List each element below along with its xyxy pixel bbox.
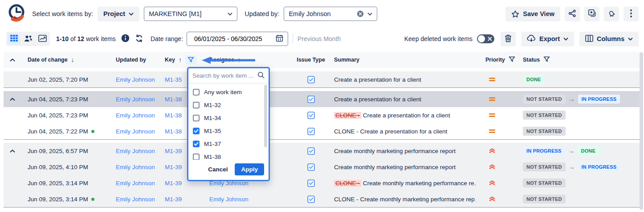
- priority-medium-icon: [489, 97, 495, 101]
- work-item-key-link[interactable]: M1-38: [165, 112, 182, 119]
- column-header-key[interactable]: Key ↑: [159, 55, 204, 64]
- table-row[interactable]: Jun 09, 2025, 3:14 PMEmily JohnsonM1-39E…: [4, 175, 640, 191]
- column-header-summary[interactable]: Summary: [329, 57, 476, 63]
- share-button[interactable]: [565, 7, 580, 21]
- key-filter-button[interactable]: [185, 55, 196, 64]
- filter-option[interactable]: Any work item: [193, 86, 269, 99]
- work-item-key-link[interactable]: M1-39: [165, 148, 182, 154]
- summary-text: Create monthly marketing performance rep…: [334, 148, 456, 154]
- status-filter-button[interactable]: [543, 56, 550, 64]
- sort-desc-icon[interactable]: ↓: [71, 56, 74, 63]
- sort-asc-icon[interactable]: ↑: [179, 56, 182, 63]
- filter-option[interactable]: M1-37: [193, 137, 269, 150]
- column-header-issue-type[interactable]: Issue Type: [293, 57, 329, 63]
- assignee-link[interactable]: Emily Johnson: [209, 196, 249, 203]
- work-item-key-link[interactable]: M1-38: [165, 96, 182, 103]
- date-range-input[interactable]: 06/01/2025 - 06/30/2025: [187, 32, 288, 46]
- top-header-bar: Select work items by: Project MARKETING …: [0, 0, 644, 28]
- filter-option[interactable]: M1-35: [193, 125, 269, 137]
- status-badge: NOT STARTED: [523, 195, 566, 204]
- updated-by-cell: Emily Johnson: [110, 180, 159, 187]
- column-header-updated-by[interactable]: Updated by: [110, 57, 159, 63]
- deleted-items-trash-button[interactable]: [501, 32, 516, 46]
- updated-by-link[interactable]: Emily Johnson: [116, 76, 155, 83]
- checkbox-unchecked-icon[interactable]: [193, 154, 200, 160]
- keep-deleted-toggle[interactable]: [477, 34, 494, 43]
- chart-view-button[interactable]: [36, 33, 49, 45]
- filter-option[interactable]: M1-38: [193, 150, 269, 160]
- save-view-button[interactable]: Save View: [505, 7, 560, 21]
- row-collapse-cell[interactable]: [4, 150, 21, 153]
- filter-option-label: M1-34: [204, 115, 221, 121]
- clear-selection-icon[interactable]: [357, 10, 364, 17]
- created-dot-icon: [91, 130, 94, 133]
- updated-by-link[interactable]: Emily Johnson: [116, 112, 155, 119]
- checkbox-unchecked-icon[interactable]: [193, 102, 200, 108]
- column-header-assignee[interactable]: Assignee ↑: [204, 56, 293, 63]
- collapse-all-header[interactable]: [4, 58, 21, 62]
- column-header-status[interactable]: Status: [516, 56, 640, 64]
- column-header-date[interactable]: Date of change ↓: [21, 56, 110, 63]
- updated-by-select-value: Emily Johnson: [289, 10, 353, 17]
- popup-scrollbar[interactable]: [264, 85, 267, 147]
- table-row[interactable]: Jun 09, 2025, 4:10 PMEmily JohnsonM1-39C…: [4, 159, 640, 175]
- saved-views-button[interactable]: [584, 7, 599, 21]
- cancel-button[interactable]: Cancel: [208, 166, 228, 173]
- keep-deleted-label: Keep deleted work items: [404, 35, 473, 42]
- priority-high-icon: [489, 196, 495, 201]
- checkbox-checked-icon[interactable]: [193, 128, 200, 134]
- filter-funnel-icon: [187, 57, 194, 63]
- task-checkbox-icon: [307, 147, 315, 155]
- status-badge: NOT STARTED: [523, 179, 566, 187]
- checkmark-icon: [194, 142, 199, 146]
- work-item-key-link[interactable]: M1-39: [165, 164, 182, 170]
- updated-by-select[interactable]: Emily Johnson: [284, 7, 377, 21]
- filter-search-input[interactable]: [192, 72, 255, 79]
- checkbox-unchecked-icon[interactable]: [193, 115, 200, 121]
- sort-asc-icon[interactable]: ↑: [238, 56, 241, 63]
- row-collapse-cell[interactable]: [4, 98, 21, 101]
- work-item-key-link[interactable]: M1-39: [165, 196, 182, 203]
- select-mode-dropdown[interactable]: Project: [98, 7, 139, 21]
- more-menu-button[interactable]: [624, 7, 639, 21]
- updated-by-link[interactable]: Emily Johnson: [116, 180, 155, 187]
- work-item-key-link[interactable]: M1-39: [165, 180, 182, 187]
- work-item-key-link[interactable]: M1-38: [165, 128, 182, 135]
- created-dot-icon: [91, 198, 94, 201]
- table-row[interactable]: Jun 02, 2025, 7:20 PMEmily JohnsonM1-35E…: [4, 71, 640, 87]
- assignees-view-button[interactable]: [22, 33, 34, 45]
- date-of-change-cell: Jun 09, 2025, 4:10 PM: [21, 164, 110, 170]
- status-badge: DONE: [523, 75, 545, 84]
- priority-filter-button[interactable]: [509, 56, 515, 64]
- table-row[interactable]: Jun 09, 2025, 6:57 PMEmily JohnsonM1-39C…: [4, 143, 640, 159]
- vertical-scrollbar[interactable]: [640, 52, 643, 210]
- priority-cell: [476, 128, 516, 135]
- project-select[interactable]: MARKETING [M1]: [144, 7, 237, 21]
- updated-by-link[interactable]: Emily Johnson: [116, 128, 155, 135]
- export-button[interactable]: Export: [521, 32, 574, 46]
- updated-by-link[interactable]: Emily Johnson: [116, 96, 155, 103]
- info-button[interactable]: [121, 34, 130, 44]
- table-row[interactable]: Jun 04, 2025, 7:23 PMEmily JohnsonM1-38C…: [4, 91, 640, 107]
- column-header-priority[interactable]: Priority: [476, 56, 516, 64]
- updated-by-link[interactable]: Emily Johnson: [116, 148, 155, 154]
- apply-button[interactable]: Apply: [235, 163, 264, 175]
- columns-button[interactable]: Columns: [579, 32, 639, 46]
- filter-option[interactable]: M1-34: [193, 112, 269, 125]
- column-header-priority-label: Priority: [485, 57, 505, 63]
- refresh-button[interactable]: [135, 34, 143, 44]
- updated-by-link[interactable]: Emily Johnson: [116, 164, 155, 170]
- updated-by-link[interactable]: Emily Johnson: [116, 196, 155, 203]
- chart-icon: [38, 35, 47, 43]
- checkbox-checked-icon[interactable]: [193, 141, 200, 147]
- checkbox-unchecked-icon[interactable]: [193, 89, 200, 96]
- table-row[interactable]: Jun 04, 2025, 7:22 PMEmily JohnsonM1-38C…: [4, 123, 640, 139]
- status-cell: NOT STARTED: [516, 179, 640, 187]
- status-badge: IN PROGRESS: [523, 146, 565, 155]
- notifications-button[interactable]: [604, 7, 619, 21]
- table-view-button[interactable]: [8, 33, 20, 45]
- table-row[interactable]: Jun 09, 2025, 3:14 PMEmily JohnsonM1-39E…: [4, 191, 640, 207]
- work-item-key-link[interactable]: M1-35: [165, 76, 182, 83]
- table-row[interactable]: Jun 04, 2025, 7:23 PMEmily JohnsonM1-38C…: [4, 107, 640, 123]
- filter-option[interactable]: M1-32: [193, 99, 269, 112]
